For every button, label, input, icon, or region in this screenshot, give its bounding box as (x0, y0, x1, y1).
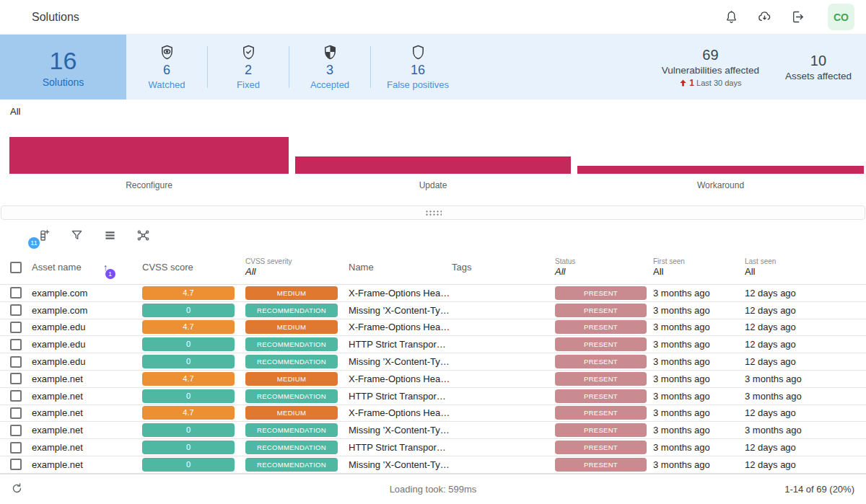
delta-last-30-days: 1 Last 30 days (679, 78, 741, 88)
column-header-last-seen[interactable]: Last seen All (745, 257, 866, 278)
chart-bar-group-update[interactable]: Update (295, 137, 571, 191)
vulnerability-name-cell: Missing 'X-Content-Ty… (349, 425, 452, 436)
cloud-download-icon (757, 9, 772, 25)
last-seen-cell: 12 days ago (745, 407, 866, 418)
row-checkbox[interactable] (10, 425, 22, 436)
table-row[interactable]: example.com 0 RECOMMENDATION Missing 'X-… (0, 302, 866, 319)
status-badge: PRESENT (555, 372, 647, 386)
table-row[interactable]: example.net 0 RECOMMENDATION Missing 'X-… (0, 422, 866, 439)
last-seen-cell: 12 days ago (745, 356, 866, 367)
asset-name-cell: example.com (32, 288, 142, 299)
last-seen-cell: 3 months ago (745, 425, 866, 436)
table-footer: Loading took: 599ms 1-14 of 69 (20%) (0, 474, 866, 504)
table-row[interactable]: example.edu 0 RECOMMENDATION Missing 'X-… (0, 353, 866, 371)
shield-eye-icon (159, 44, 175, 61)
first-seen-cell: 3 months ago (653, 356, 745, 367)
stat-false-positives[interactable]: 16 False positives (371, 35, 465, 100)
table-row[interactable]: example.net 4.7 MEDIUM X-Frame-Options H… (0, 371, 866, 388)
table-row[interactable]: example.net 4.7 MEDIUM X-Frame-Options H… (0, 405, 866, 423)
first-seen-cell: 3 months ago (653, 288, 745, 299)
table-body: example.com 4.7 MEDIUM X-Frame-Options H… (0, 285, 866, 474)
row-checkbox[interactable] (10, 390, 22, 402)
stat-fixed[interactable]: 2 Fixed (208, 35, 289, 100)
asset-name-cell: example.net (32, 373, 142, 384)
row-checkbox[interactable] (10, 322, 22, 333)
stat-accepted[interactable]: 3 Accepted (289, 35, 370, 100)
bell-icon (724, 9, 739, 25)
table-row[interactable]: example.edu 4.7 MEDIUM X-Frame-Options H… (0, 319, 866, 337)
logout-button[interactable] (789, 9, 806, 26)
shield-outline-icon (410, 44, 427, 61)
user-avatar[interactable]: CO (828, 4, 854, 30)
last-seen-cell: 12 days ago (745, 442, 866, 453)
row-checkbox[interactable] (10, 407, 22, 419)
chart-bar-label: Update (295, 180, 571, 190)
row-checkbox[interactable] (10, 459, 22, 470)
table-row[interactable]: example.net 0 RECOMMENDATION HTTP Strict… (0, 439, 866, 456)
graph-view-button[interactable] (134, 226, 152, 244)
row-checkbox[interactable] (10, 304, 22, 316)
tab-solutions[interactable]: 16 Solutions (0, 35, 126, 100)
row-checkbox[interactable] (10, 373, 22, 384)
column-header-cvss-severity[interactable]: CVSS severity All (245, 257, 349, 278)
accepted-count: 3 (326, 63, 333, 78)
table-row[interactable]: example.edu 0 RECOMMENDATION HTTP Strict… (0, 336, 866, 353)
table-toolbar: 11 (0, 220, 866, 250)
last-seen-cell: 12 days ago (745, 288, 866, 299)
asset-name-cell: example.net (32, 442, 142, 453)
chart-filter-tab-all[interactable]: All (10, 106, 20, 117)
column-header-status[interactable]: Status All (555, 257, 653, 278)
chart-bar-group-reconfigure[interactable]: Reconfigure (9, 137, 289, 191)
cvss-severity-badge: RECOMMENDATION (245, 441, 338, 454)
cvss-severity-filter-value[interactable]: All (245, 266, 349, 278)
solutions-label: Solutions (43, 76, 84, 88)
chart-bar[interactable] (577, 166, 864, 174)
chart-bar-group-workaround[interactable]: Workaround (577, 137, 864, 191)
cvss-score-badge: 4.7 (142, 406, 235, 420)
row-checkbox[interactable] (10, 356, 22, 368)
column-header-first-seen[interactable]: First seen All (653, 257, 745, 278)
first-seen-filter-value[interactable]: All (653, 266, 745, 278)
stats-aggregates: 69 Vulnerabilities affected 1 Last 30 da… (662, 35, 866, 100)
fixed-count: 2 (245, 63, 252, 78)
chart-bar-label: Workaround (577, 180, 864, 190)
cvss-severity-badge: RECOMMENDATION (245, 304, 338, 317)
row-checkbox[interactable] (10, 339, 22, 350)
last-seen-cell: 12 days ago (745, 459, 866, 470)
status-badge: PRESENT (555, 389, 647, 403)
cvss-score-badge: 0 (142, 441, 235, 454)
solutions-bar-chart: ReconfigureUpdateWorkaround (9, 137, 864, 191)
cvss-score-badge: 0 (142, 304, 235, 317)
chart-bar[interactable] (295, 156, 571, 174)
cloud-download-button[interactable] (756, 9, 773, 26)
column-header-asset-name[interactable]: Asset name ↑ 1 (32, 262, 142, 273)
last-seen-filter-value[interactable]: All (745, 266, 866, 278)
last-seen-cell: 3 months ago (745, 373, 866, 384)
cvss-score-badge: 0 (142, 389, 235, 403)
table-row[interactable]: example.com 4.7 MEDIUM X-Frame-Options H… (0, 285, 866, 302)
status-filter-value[interactable]: All (555, 266, 653, 278)
logout-icon (790, 9, 805, 25)
column-header-cvss-score[interactable]: CVSS score (142, 262, 245, 273)
select-all-checkbox[interactable] (10, 262, 22, 273)
loading-time-text: Loading took: 599ms (0, 484, 866, 495)
cvss-severity-badge: MEDIUM (245, 406, 338, 420)
notifications-button[interactable] (722, 9, 740, 26)
stat-watched[interactable]: 6 Watched (126, 35, 207, 100)
row-checkbox[interactable] (10, 287, 22, 299)
table-row[interactable]: example.net 0 RECOMMENDATION HTTP Strict… (0, 388, 866, 405)
table-row[interactable]: example.net 0 RECOMMENDATION Missing 'X-… (0, 456, 866, 474)
asset-name-cell: example.edu (32, 339, 142, 350)
column-header-tags[interactable]: Tags (452, 262, 555, 273)
row-checkbox[interactable] (10, 442, 22, 454)
table-header-row: Asset name ↑ 1 CVSS score CVSS severity … (0, 250, 866, 285)
vulnerability-name-cell: HTTP Strict Transpor… (349, 391, 452, 402)
filter-button[interactable] (68, 226, 85, 244)
list-view-button[interactable] (101, 226, 118, 244)
chart-bar[interactable] (9, 137, 289, 174)
panel-resize-handle[interactable] (1, 205, 865, 220)
header-actions: CO (722, 4, 854, 30)
add-column-button[interactable]: 11 (35, 226, 52, 244)
vulnerability-name-cell: X-Frame-Options Hea… (349, 288, 452, 299)
column-header-name[interactable]: Name (349, 262, 452, 273)
